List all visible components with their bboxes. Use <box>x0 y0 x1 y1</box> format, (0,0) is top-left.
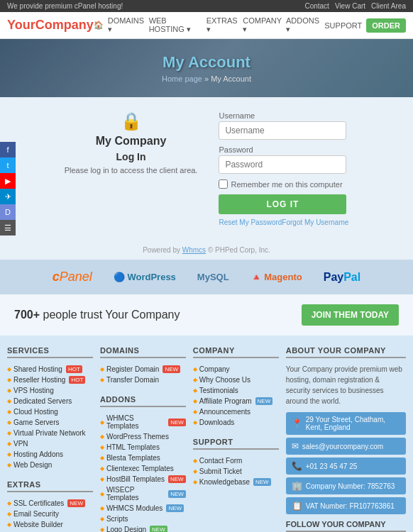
clientarea-link[interactable]: Client Area <box>371 2 406 10</box>
list-item[interactable]: ◆Submit Ticket <box>193 466 279 477</box>
company-num-text: Company Number: 7852763 <box>306 482 395 490</box>
map-icon: 📍 <box>292 419 302 428</box>
brand-mysql[interactable]: MySQL <box>197 272 229 282</box>
email-btn[interactable]: ✉ sales@yourcompany.com <box>286 438 406 455</box>
nav-home[interactable]: 🏠 <box>94 21 104 30</box>
vat-text: VAT Number: FR107763861 <box>306 502 395 510</box>
order-button[interactable]: ORDER <box>366 18 406 33</box>
list-item[interactable]: ◆Downloads <box>193 417 279 428</box>
list-item[interactable]: ◆WordPress Themes <box>100 431 186 442</box>
password-input[interactable] <box>219 155 346 174</box>
nav-extras[interactable]: EXTRAS ▾ <box>206 16 239 34</box>
list-item[interactable]: ◆Transfer Domain <box>100 375 186 385</box>
list-item[interactable]: ◆SSL CertificatesNEW <box>7 498 93 509</box>
login-form: Username Password Remember me on this co… <box>219 111 348 226</box>
trust-bar: 700+ people trust Your Company JOIN THEM… <box>0 294 413 336</box>
remember-checkbox[interactable] <box>219 179 228 189</box>
list-item[interactable]: ◆Affiliate ProgramNEW <box>193 396 279 406</box>
list-item[interactable]: ◆WHMCS TemplatesNEW <box>100 413 186 431</box>
list-item[interactable]: ◆Website Builder <box>7 519 93 530</box>
promo-text: We provide premium cPanel hosting! <box>7 2 123 10</box>
logo[interactable]: YourCompany <box>7 18 94 33</box>
whmcs-link[interactable]: Whmcs <box>182 246 206 254</box>
hero-section: My Account Home page » My Account <box>0 39 413 97</box>
login-desc: Please log in to access the client area. <box>65 166 198 174</box>
list-item[interactable]: ◆HostBill TemplatesNEW <box>100 474 186 484</box>
password-group: Password <box>219 145 348 174</box>
forgot-username-link[interactable]: Forgot My Username <box>282 218 348 226</box>
about-header: ABOUT YOUR COMPANY <box>286 346 406 358</box>
list-item[interactable]: ◆Logo DesignNEW <box>100 524 186 532</box>
content-columns: SERVICES ◆Shared HostingHOT ◆Reseller Ho… <box>7 346 406 532</box>
list-item[interactable]: ◆Reseller HostingHOT <box>7 375 93 385</box>
lock-icon: 🔒 <box>65 111 198 131</box>
list-item[interactable]: ◆KnowledgebaseNEW <box>193 477 279 487</box>
list-item[interactable]: ◆HTML Templates <box>100 442 186 453</box>
brand-paypal[interactable]: PayPal <box>324 271 360 284</box>
password-label: Password <box>219 145 348 154</box>
nav-addons[interactable]: ADDONS ▾ <box>286 16 320 34</box>
list-item[interactable]: ◆WISECP TemplatesNEW <box>100 484 186 503</box>
list-item[interactable]: ◆Blesta Templates <box>100 453 186 463</box>
list-item[interactable]: ◆Clientexec Templates <box>100 463 186 474</box>
nav-support[interactable]: SUPPORT <box>324 21 362 30</box>
list-item[interactable]: ◆Why Choose Us <box>193 375 279 385</box>
brand-cpanel[interactable]: cPanel <box>53 270 92 284</box>
brand-wordpress[interactable]: 🔵 WordPress <box>114 272 176 282</box>
nav-company[interactable]: COMPANY ▾ <box>243 16 282 34</box>
login-button[interactable]: LOG IT <box>219 194 346 214</box>
phone-btn[interactable]: 📞 +01 23 45 47 25 <box>286 458 406 475</box>
youtube-sidebar-btn[interactable]: ▶ <box>0 173 16 189</box>
list-item[interactable]: ◆Cloud Hosting <box>7 406 93 417</box>
reset-password-link[interactable]: Reset My Password <box>219 218 282 226</box>
list-item[interactable]: ◆Scripts <box>100 514 186 524</box>
login-section: 🔒 My Company Log In Please log in to acc… <box>0 97 413 240</box>
addons-header: ADDONS <box>100 395 186 407</box>
list-item[interactable]: ◆Announcements <box>193 406 279 417</box>
email-text: sales@yourcompany.com <box>302 443 383 450</box>
phone-icon: 📞 <box>292 461 302 471</box>
vat-btn[interactable]: 📋 VAT Number: FR107763861 <box>286 497 406 514</box>
nav-webhosting[interactable]: WEB HOSTING ▾ <box>149 16 202 34</box>
join-button[interactable]: JOIN THEM TODAY <box>302 304 399 326</box>
username-input[interactable] <box>219 121 346 140</box>
form-links: Reset My Password Forgot My Username <box>219 218 348 226</box>
list-item[interactable]: ◆Company <box>193 364 279 375</box>
logo-part2: Company <box>35 18 94 32</box>
telegram-sidebar-btn[interactable]: ✈ <box>0 189 16 204</box>
contact-link[interactable]: Contact <box>304 2 329 10</box>
phone-text: +01 23 45 47 25 <box>306 462 358 470</box>
company-icon: 🏢 <box>292 481 302 491</box>
top-bar-links: Contact View Cart Client Area <box>304 2 406 10</box>
list-item[interactable]: ◆Testimonials <box>193 385 279 396</box>
other-sidebar-btn[interactable]: ☰ <box>0 220 16 235</box>
list-item[interactable]: ◆WHMCS ModulesNEW <box>100 503 186 514</box>
list-item[interactable]: ◆Dedicated Servers <box>7 396 93 406</box>
facebook-sidebar-btn[interactable]: f <box>0 142 16 157</box>
list-item[interactable]: ◆Game Servers <box>7 417 93 428</box>
list-item[interactable]: ◆Web Design <box>7 460 93 470</box>
list-item[interactable]: ◆Hosting Addons <box>7 449 93 460</box>
list-item[interactable]: ◆Register DomainNEW <box>100 364 186 375</box>
list-item[interactable]: ◆VPN <box>7 438 93 449</box>
twitter-sidebar-btn[interactable]: t <box>0 157 16 173</box>
logo-part1: Your <box>7 18 35 32</box>
breadcrumb: Home page » My Account <box>7 74 406 83</box>
list-item[interactable]: ◆Contact Form <box>193 455 279 466</box>
domains-column: DOMAINS ◆Register DomainNEW ◆Transfer Do… <box>100 346 186 532</box>
address-btn[interactable]: 📍 29 Your Street, Chatham, Kent, England <box>286 412 406 435</box>
discord-sidebar-btn[interactable]: D <box>0 204 16 220</box>
viewcart-link[interactable]: View Cart <box>335 2 365 10</box>
brands-bar: cPanel 🔵 WordPress MySQL 🔺 Magento PayPa… <box>0 260 413 294</box>
list-item[interactable]: ◆Email Security <box>7 509 93 519</box>
company-column: COMPANY ◆Company ◆Why Choose Us ◆Testimo… <box>193 346 279 532</box>
list-item[interactable]: ◆VPS Hosting <box>7 385 93 396</box>
support-header: SUPPORT <box>193 438 279 450</box>
vat-icon: 📋 <box>292 501 302 511</box>
company-num-btn[interactable]: 🏢 Company Number: 7852763 <box>286 477 406 494</box>
breadcrumb-home[interactable]: Home page <box>162 74 202 83</box>
list-item[interactable]: ◆Virtual Private Network <box>7 428 93 438</box>
nav-domains[interactable]: DOMAINS ▾ <box>108 16 145 34</box>
brand-magento[interactable]: 🔺 Magento <box>250 272 302 282</box>
list-item[interactable]: ◆Shared HostingHOT <box>7 364 93 375</box>
